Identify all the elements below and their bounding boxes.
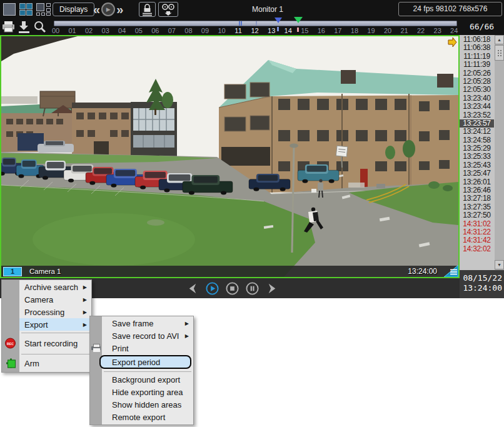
timestamp-row[interactable]: 13:25:33	[460, 153, 494, 161]
menu-item-camera[interactable]: Camera▶	[2, 293, 91, 306]
displays-button[interactable]: Displays	[53, 3, 94, 16]
datetime-panel: 08/15/22 13:24:00	[460, 270, 504, 298]
export-submenu: Save frame▶Save record to AVI▶PrintExpor…	[89, 316, 194, 425]
timestamp-row[interactable]: 13:26:46	[460, 186, 494, 194]
step-forward-icon[interactable]	[265, 281, 280, 296]
timestamp-row[interactable]: 13:23:57	[460, 119, 494, 128]
timestamp-row[interactable]: 11:11:39	[460, 61, 494, 69]
timestamp-row[interactable]: 14:32:02	[460, 245, 494, 253]
menu-item-label: Export period	[112, 358, 160, 367]
timestamp-row[interactable]: 13:24:12	[460, 128, 494, 136]
timeline-hour-label: 21	[400, 27, 408, 34]
scroll-up-icon[interactable]: ▲	[495, 35, 504, 44]
menu-item-save-record-to-avi[interactable]: Save record to AVI▶	[90, 329, 193, 342]
single-view-icon[interactable]	[3, 3, 16, 16]
timeline-hour-label: 12	[251, 27, 258, 34]
timestamp-row[interactable]: 13:27:35	[460, 203, 494, 211]
timeline-hour-label: 19	[367, 27, 375, 34]
menu-item-hide-exporting-area[interactable]: Hide exporting area	[90, 386, 193, 398]
timeline-hour-label: 23	[434, 27, 441, 34]
timestamp-row[interactable]: 11:11:19	[460, 53, 494, 61]
timestamp-list: 11:06:1811:06:3811:11:1911:11:3912:05:26…	[460, 36, 494, 253]
menu-item-print[interactable]: Print	[90, 342, 193, 354]
multi-view-icon[interactable]	[36, 3, 51, 16]
play-icon[interactable]	[205, 281, 219, 296]
save-icon[interactable]	[17, 19, 31, 34]
submenu-arrow-icon: ▶	[83, 284, 87, 290]
timestamp-row[interactable]: 13:25:29	[460, 144, 494, 153]
monitor-play-icon[interactable]: ▶	[101, 3, 115, 16]
menu-item-processing[interactable]: Processing▶	[2, 306, 91, 318]
arm-icon	[6, 359, 16, 368]
next-monitor-icon[interactable]: »	[116, 1, 123, 18]
menu-item-remote-export[interactable]: Remote export	[90, 411, 193, 423]
menu-item-label: Hide exporting area	[112, 388, 183, 397]
timestamp-row[interactable]: 13:24:58	[460, 136, 494, 144]
timeline-hour-label: 02	[85, 27, 93, 34]
pause-icon[interactable]	[245, 281, 260, 296]
timestamp-row[interactable]: 14:31:42	[460, 236, 494, 244]
printer-icon	[91, 344, 101, 353]
timestamp-row[interactable]: 12:05:28	[460, 78, 494, 86]
playhead-marker[interactable]	[275, 18, 282, 23]
menu-item-start-recording[interactable]: RECStart recording	[2, 334, 91, 352]
timestamp-row[interactable]: 12:05:26	[460, 69, 494, 78]
menu-item-label: Camera	[24, 295, 53, 304]
records-counter: 66/66	[460, 19, 504, 35]
video-status-bar: 1 Camera 1 13:24:00	[1, 266, 458, 277]
menu-item-background-export[interactable]: Background export	[90, 373, 193, 386]
step-back-icon[interactable]	[185, 281, 199, 296]
menu-item-arm[interactable]: Arm	[2, 356, 91, 371]
menu-item-label: Processing	[24, 308, 64, 317]
timestamp-row[interactable]: 11:06:38	[460, 44, 494, 52]
timestamp-row[interactable]: 12:05:30	[460, 86, 494, 94]
print-icon[interactable]	[1, 19, 16, 34]
timestamp-row[interactable]: 13:27:18	[460, 194, 494, 203]
timestamp-row[interactable]: 13:25:43	[460, 161, 494, 169]
recordings-panel: 11:06:1811:06:3811:11:1911:11:3912:05:26…	[460, 35, 504, 270]
timeline-hour-label: 14	[285, 27, 292, 34]
export-tape-button[interactable]	[158, 2, 178, 17]
menu-item-label: Arm	[24, 359, 39, 368]
search-icon[interactable]	[33, 19, 47, 34]
menu-item-save-frame[interactable]: Save frame▶	[90, 317, 193, 329]
scroll-down-icon[interactable]: ▼	[495, 260, 504, 269]
timestamp-row[interactable]: 13:23:40	[460, 94, 494, 103]
timestamp-row[interactable]: 13:23:44	[460, 103, 494, 111]
menu-item-export-period[interactable]: Export period	[90, 354, 193, 369]
timestamp-row[interactable]: 11:06:18	[460, 36, 494, 44]
corner-menu-icon[interactable]	[444, 265, 458, 277]
export-marker[interactable]	[294, 17, 303, 23]
timestamp-scrollbar[interactable]: ▲ ▼	[495, 35, 504, 270]
submenu-arrow-icon: ▶	[185, 333, 189, 339]
submenu-arrow-icon: ▶	[83, 322, 87, 328]
menu-item-show-hidden-areas[interactable]: Show hidden areas	[90, 398, 193, 411]
camera-number-badge[interactable]: 1	[3, 267, 22, 276]
timestamp-row[interactable]: 13:26:01	[460, 178, 494, 186]
video-display[interactable]: 1 Camera 1 13:24:00	[0, 35, 460, 278]
stop-icon[interactable]	[225, 281, 239, 296]
timestamp-row[interactable]: 13:23:52	[460, 111, 494, 119]
timeline-hour-label: 24	[450, 27, 458, 34]
timeline-hour-label: 20	[384, 27, 391, 34]
timeline-hour-label: 11	[234, 27, 241, 34]
timeline-toolbar: 0001020304050607080910111213141516171819…	[0, 19, 504, 35]
quad-view-icon[interactable]	[19, 3, 33, 16]
timeline-hour-label: 03	[102, 27, 109, 34]
camera-name-label: Camera 1	[29, 268, 61, 275]
timeline-hour-label: 08	[184, 27, 192, 34]
menu-item-archive-search[interactable]: Archive search▶	[2, 281, 91, 293]
timestamp-row[interactable]: 14:31:22	[460, 228, 494, 236]
timestamp-row[interactable]: 13:25:47	[460, 169, 494, 178]
prev-monitor-icon[interactable]: «	[93, 1, 100, 18]
scrollbar-thumb[interactable]	[495, 45, 504, 61]
lock-button[interactable]	[139, 2, 156, 17]
submenu-arrow-icon: ▶	[83, 297, 87, 303]
timeline-hour-label: 07	[168, 27, 176, 34]
menu-item-export[interactable]: Export▶	[2, 318, 91, 331]
timestamp-row[interactable]: 14:31:02	[460, 220, 494, 228]
timestamp-row[interactable]: 13:27:50	[460, 211, 494, 219]
stream-flag-icon[interactable]	[448, 37, 457, 48]
menu-item-label: Show hidden areas	[112, 400, 181, 409]
timeline-hour-label: 00	[52, 27, 59, 34]
